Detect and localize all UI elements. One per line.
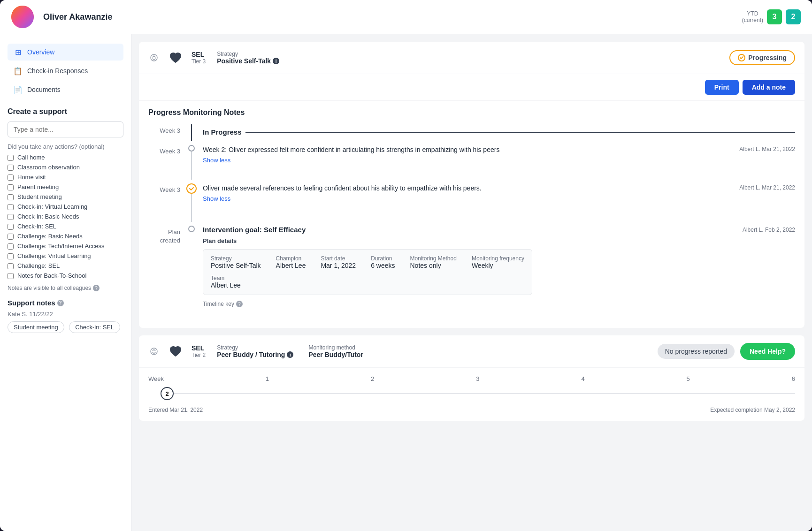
card2-header: SEL Tier 2 Strategy Peer Buddy / Tutorin… — [139, 335, 804, 367]
progress-line-container: 2 — [148, 386, 795, 401]
support-card-2: SEL Tier 2 Strategy Peer Buddy / Tutorin… — [139, 335, 804, 421]
progress-timeline: Week 1 2 3 4 5 6 2 — [139, 368, 804, 421]
check-circle-icon — [738, 54, 745, 61]
note-input[interactable] — [8, 121, 123, 137]
support-notes-section: Support notes ? Kate S. 11/22/22 Student… — [8, 299, 123, 336]
sidebar-item-overview[interactable]: ⊞ Overview — [8, 44, 123, 61]
week-col-0: Week — [148, 375, 164, 382]
no-progress-badge: No progress reported — [658, 344, 735, 359]
card2-tier-label: SEL — [192, 344, 206, 352]
print-button[interactable]: Print — [705, 80, 739, 95]
week-col-1: 1 — [266, 375, 269, 382]
heart-icon-1 — [167, 49, 184, 66]
checkin-icon: 📋 — [13, 66, 23, 76]
card2-tier-sub: Tier 2 — [192, 352, 206, 358]
card1-action-buttons: Print Add a note — [139, 74, 804, 101]
ytd-label: YTD(current) — [742, 10, 763, 24]
timeline-dot-note1 — [188, 145, 195, 152]
action-challenge-sel[interactable]: Challenge: SEL — [8, 262, 123, 269]
week-col-6: 6 — [792, 375, 795, 382]
support-card-1: SEL Tier 3 Strategy Positive Self-Talk i — [139, 42, 804, 328]
card1-section-title: Progress Monitoring Notes — [139, 101, 804, 121]
timeline-author-note1: Albert L. Mar 21, 2022 — [732, 145, 795, 172]
timeline-dot-check — [186, 183, 197, 194]
ytd-badge-1[interactable]: 3 — [767, 9, 782, 24]
avatar — [11, 6, 34, 28]
card1-strategy-label: Strategy — [217, 51, 279, 57]
timeline-key-icon: ? — [236, 301, 243, 307]
add-note-button[interactable]: Add a note — [743, 80, 795, 95]
card2-monitoring-label: Monitoring method — [308, 344, 363, 351]
action-challenge-virtual[interactable]: Challenge: Virtual Learning — [8, 252, 123, 259]
sidebar-item-documents[interactable]: 📄 Documents — [8, 81, 123, 98]
plan-field-start-date: Start date Mar 1, 2022 — [321, 255, 356, 269]
ytd-badge-2[interactable]: 2 — [786, 9, 801, 24]
support-notes-info-icon: ? — [57, 300, 64, 306]
action-challenge-basic-needs[interactable]: Challenge: Basic Needs — [8, 233, 123, 240]
action-challenge-tech[interactable]: Challenge: Tech/Internet Access — [8, 243, 123, 250]
week-col-4: 4 — [581, 375, 584, 382]
week-label-note1: Week 3 — [160, 148, 180, 155]
action-parent-meeting[interactable]: Parent meeting — [8, 183, 123, 190]
show-less-check[interactable]: Show less — [203, 195, 732, 202]
card2-strategy-label: Strategy — [217, 344, 293, 351]
top-bar: Oliver Akawanzie YTD(current) 3 2 — [0, 0, 812, 34]
action-home-visit[interactable]: Home visit — [8, 174, 123, 181]
card1-strategy-value: Positive Self-Talk i — [217, 57, 279, 65]
card1-strategy-info: Strategy Positive Self-Talk i — [217, 51, 279, 65]
support-notes-title: Support notes ? — [8, 299, 123, 307]
week-label-check: Week 3 — [160, 186, 180, 193]
timeline-dot-plan — [188, 226, 195, 232]
timeline-row-plan: Plan created Intervention goal: Self Eff… — [148, 226, 795, 315]
week-label-plan: Plan created — [160, 228, 180, 244]
content-area: SEL Tier 3 Strategy Positive Self-Talk i — [131, 34, 812, 531]
doc-icon: 📄 — [13, 85, 23, 94]
plan-details-box: Strategy Positive Self-Talk Champion Alb… — [203, 249, 532, 295]
plan-details-label: Plan details — [203, 237, 532, 244]
create-support-title: Create a support — [8, 107, 123, 116]
timeline-row-inprogress: Week 3 In Progress — [148, 124, 795, 141]
sidebar-item-checkin-label: Check-in Responses — [27, 67, 88, 75]
action-checkin-virtual[interactable]: Check-in: Virtual Learning — [8, 203, 123, 210]
timeline-text-check: Oliver made several references to feelin… — [203, 183, 732, 193]
grid-icon: ⊞ — [13, 47, 23, 57]
actions-list: Call home Classroom observation Home vis… — [8, 154, 123, 279]
strategy-info-icon-2: i — [287, 351, 293, 358]
action-checkin-basic-needs[interactable]: Check-in: Basic Needs — [8, 213, 123, 220]
support-tag-checkin-sel: Check-in: SEL — [69, 321, 120, 333]
plan-author: Albert L. Feb 2, 2022 — [735, 226, 795, 233]
in-progress-text: In Progress — [203, 128, 242, 136]
support-tag-student-meeting: Student meeting — [8, 321, 64, 333]
student-name: Oliver Akawanzie — [43, 12, 112, 22]
entered-date: Entered Mar 21, 2022 — [148, 407, 203, 413]
collapse-btn-1[interactable] — [148, 52, 160, 63]
collapse-btn-2[interactable] — [148, 346, 160, 357]
action-classroom-observation[interactable]: Classroom observation — [8, 164, 123, 171]
need-help-button[interactable]: Need Help? — [740, 343, 795, 360]
timeline-text-note1: Week 2: Oliver expressed felt more confi… — [203, 145, 732, 155]
sidebar: ⊞ Overview 📋 Check-in Responses 📄 Docume… — [0, 34, 131, 531]
timeline-key: Timeline key ? — [203, 301, 532, 307]
check-icon — [189, 186, 194, 191]
action-checkin-sel[interactable]: Check-in: SEL — [8, 223, 123, 230]
in-progress-line — [245, 132, 795, 133]
action-student-meeting[interactable]: Student meeting — [8, 193, 123, 200]
show-less-note1[interactable]: Show less — [203, 157, 732, 164]
sidebar-item-checkin[interactable]: 📋 Check-in Responses — [8, 62, 123, 79]
support-author: Kate S. 11/22/22 — [8, 311, 123, 318]
progressing-badge: Progressing — [729, 50, 795, 65]
card1-header: SEL Tier 3 Strategy Positive Self-Talk i — [139, 42, 804, 74]
card2-strategy-info: Strategy Peer Buddy / Tutoring i — [217, 344, 293, 358]
action-call-home[interactable]: Call home — [8, 154, 123, 161]
strategy-info-icon-1: i — [273, 58, 279, 64]
week-col-5: 5 — [687, 375, 690, 382]
app-window: Oliver Akawanzie YTD(current) 3 2 ⊞ Over… — [0, 0, 812, 531]
current-week-dot: 2 — [161, 387, 174, 400]
card1-tier-label: SEL — [192, 51, 206, 58]
timeline-row-check: Week 3 Oliver made several references to… — [148, 183, 795, 222]
card1-tier-info: SEL Tier 3 — [192, 51, 206, 65]
card2-strategy-value: Peer Buddy / Tutoring i — [217, 351, 293, 358]
action-notes-back-to-school[interactable]: Notes for Back-To-School — [8, 272, 123, 279]
notes-info-icon: ? — [93, 285, 100, 291]
card1-status: Progressing — [729, 50, 795, 65]
